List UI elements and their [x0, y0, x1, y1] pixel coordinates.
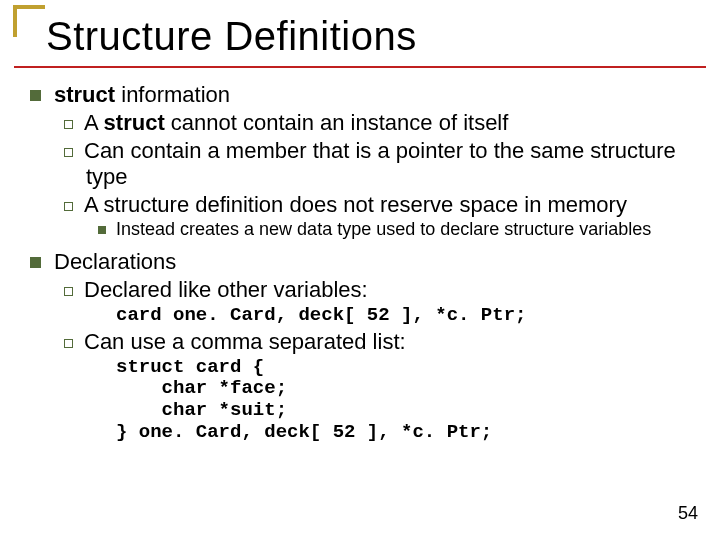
slide-title: Structure Definitions	[46, 14, 417, 59]
text: Declared like other variables:	[84, 277, 368, 302]
bullet-lvl1: struct information	[30, 82, 700, 108]
bullet-lvl2: Can use a comma separated list:	[30, 329, 700, 355]
square-filled-icon	[30, 90, 41, 101]
square-small-icon	[98, 226, 106, 234]
square-filled-icon	[30, 257, 41, 268]
square-hollow-icon	[64, 120, 73, 129]
content-area: struct information A struct cannot conta…	[30, 80, 700, 444]
page-number: 54	[678, 503, 698, 524]
text: cannot contain an instance of itself	[165, 110, 509, 135]
text: information	[115, 82, 230, 107]
slide: Structure Definitions struct information…	[0, 0, 720, 540]
text: A structure definition does not reserve …	[84, 192, 627, 217]
code-block: card one. Card, deck[ 52 ], *c. Ptr;	[116, 304, 700, 327]
bullet-lvl2: A struct cannot contain an instance of i…	[30, 110, 700, 136]
square-hollow-icon	[64, 339, 73, 348]
bullet-lvl2: Can contain a member that is a pointer t…	[30, 138, 700, 191]
text: Declarations	[54, 249, 176, 274]
bullet-lvl2: Declared like other variables:	[30, 277, 700, 303]
bullet-lvl1: Declarations	[30, 249, 700, 275]
text: struct	[54, 82, 115, 107]
square-hollow-icon	[64, 202, 73, 211]
bullet-lvl2: A structure definition does not reserve …	[30, 192, 700, 218]
text: A	[84, 110, 104, 135]
text: struct	[104, 110, 165, 135]
corner-decoration	[13, 5, 45, 37]
text: Can use a comma separated list:	[84, 329, 406, 354]
bullet-lvl3: Instead creates a new data type used to …	[30, 219, 700, 241]
square-hollow-icon	[64, 148, 73, 157]
title-underline	[14, 66, 706, 68]
square-hollow-icon	[64, 287, 73, 296]
code-block: struct card { char *face; char *suit; } …	[116, 357, 700, 444]
text: Can contain a member that is a pointer t…	[84, 138, 676, 189]
text: Instead creates a new data type used to …	[116, 219, 651, 239]
